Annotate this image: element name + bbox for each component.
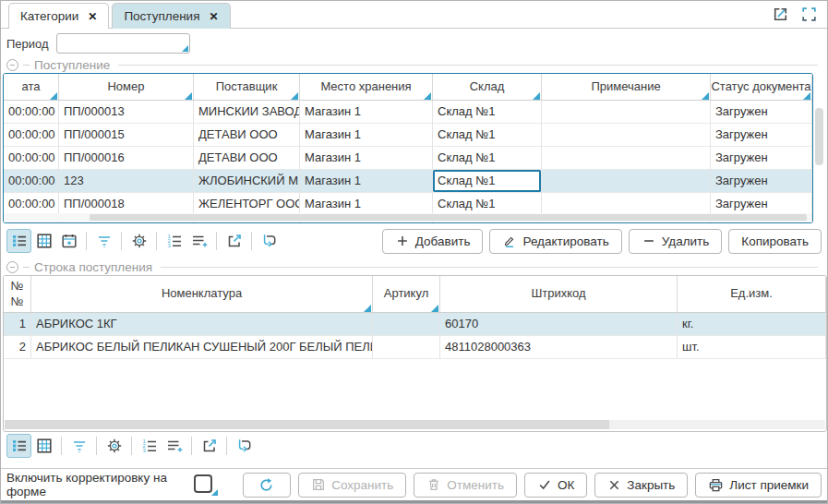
- settings-gear-icon[interactable]: [126, 229, 151, 253]
- vertical-scrollbar[interactable]: [813, 73, 825, 223]
- table-cell[interactable]: МИНСКИИ ЗАВОД: [194, 101, 300, 124]
- column-header[interactable]: Ед.изм.: [678, 276, 826, 313]
- reload-icon[interactable]: [232, 434, 257, 458]
- table-cell[interactable]: 00:00:00: [4, 124, 59, 147]
- tab-receipts[interactable]: Поступления ✕: [112, 3, 230, 29]
- close-button[interactable]: Закрыть: [594, 473, 688, 498]
- cancel-button[interactable]: Отменить: [414, 473, 517, 498]
- column-header[interactable]: Склад: [433, 74, 542, 101]
- reload-icon[interactable]: [257, 229, 282, 253]
- calendar-icon[interactable]: [56, 229, 81, 253]
- table-cell[interactable]: Загружен: [711, 124, 812, 147]
- table-cell[interactable]: ДЕТАВИ ООО: [194, 124, 300, 147]
- table-cell[interactable]: Склад №1: [433, 101, 542, 124]
- table-cell[interactable]: Магазин 1: [300, 124, 433, 147]
- table-cell[interactable]: [542, 124, 711, 147]
- column-header[interactable]: № №: [4, 276, 31, 313]
- collapse-icon[interactable]: [6, 261, 18, 273]
- collapse-icon[interactable]: [6, 59, 18, 71]
- column-header[interactable]: Статус документа: [711, 74, 812, 101]
- add-button[interactable]: Добавить: [382, 229, 484, 254]
- grid-view-icon[interactable]: [31, 434, 56, 458]
- table-cell[interactable]: кг.: [678, 313, 826, 336]
- table-cell[interactable]: ПП/000016: [59, 147, 194, 170]
- table-cell[interactable]: [542, 147, 711, 170]
- table-cell[interactable]: Загружен: [711, 101, 812, 124]
- column-header[interactable]: Номенклатура: [31, 276, 373, 313]
- table-cell[interactable]: [542, 170, 711, 193]
- list-view-icon[interactable]: [6, 229, 31, 253]
- save-button[interactable]: Сохранить: [298, 473, 406, 498]
- table-cell[interactable]: Загружен: [711, 170, 812, 193]
- acceptance-sheet-button[interactable]: Лист приемки: [695, 473, 822, 498]
- table-cell[interactable]: 2: [4, 336, 31, 359]
- table-cell[interactable]: 00:00:00: [4, 147, 59, 170]
- table-cell[interactable]: ПП/000013: [59, 101, 194, 124]
- column-header[interactable]: ата: [4, 74, 59, 101]
- column-header[interactable]: Артикул: [373, 276, 440, 313]
- fullscreen-icon[interactable]: [800, 6, 818, 23]
- column-header[interactable]: Штрихкод: [440, 276, 678, 313]
- table-cell[interactable]: Склад №1: [433, 147, 542, 170]
- column-header[interactable]: Номер: [59, 74, 194, 101]
- filter-icon[interactable]: [91, 229, 116, 253]
- table-row[interactable]: 00:00:00ПП/000013МИНСКИИ ЗАВОДМагазин 1С…: [4, 101, 812, 124]
- table-cell[interactable]: Загружен: [711, 147, 812, 170]
- grid-view-icon[interactable]: [31, 229, 56, 253]
- table-cell[interactable]: ПП/000015: [59, 124, 194, 147]
- period-input[interactable]: [56, 33, 190, 54]
- list-view-icon[interactable]: [6, 434, 31, 458]
- table-cell[interactable]: ЖЛОБИНСКИЙ М.: [194, 170, 300, 193]
- table-row[interactable]: 1АБРИКОС 1КГ60170кг.: [4, 313, 826, 336]
- table-cell[interactable]: Склад №1: [433, 124, 542, 147]
- open-external-icon[interactable]: [197, 434, 222, 458]
- table-row[interactable]: 00:00:00ПП/000015ДЕТАВИ ОООМагазин 1Скла…: [4, 124, 812, 147]
- receipts-table[interactable]: атаНомерПоставщикМесто храненияСкладПрим…: [3, 73, 813, 223]
- table-row[interactable]: 00:00:00123ЖЛОБИНСКИЙ М.Магазин 1Склад №…: [4, 170, 812, 193]
- table-cell[interactable]: 123: [59, 170, 194, 193]
- numbered-list-icon[interactable]: 1 2 3: [162, 229, 186, 253]
- table-cell[interactable]: 4811028000363: [440, 336, 678, 359]
- horizontal-scrollbar[interactable]: [5, 213, 811, 222]
- scrollbar-thumb[interactable]: [5, 420, 609, 429]
- ok-button[interactable]: ОК: [524, 473, 587, 498]
- open-in-new-window-icon[interactable]: [772, 6, 789, 23]
- table-cell[interactable]: [373, 313, 440, 336]
- table-row[interactable]: 00:00:00ПП/000016ДЕТАВИ ОООМагазин 1Скла…: [4, 147, 812, 170]
- table-cell[interactable]: Склад №1: [433, 170, 542, 193]
- table-cell[interactable]: [542, 101, 711, 124]
- numbered-list-icon[interactable]: 1 2 3: [137, 434, 162, 458]
- table-cell[interactable]: 00:00:00: [4, 101, 59, 124]
- table-cell[interactable]: 00:00:00: [4, 170, 59, 193]
- table-cell[interactable]: Магазин 1: [300, 101, 433, 124]
- tab-close-icon[interactable]: ✕: [209, 10, 218, 23]
- table-cell[interactable]: АБРИКОС 1КГ: [31, 313, 373, 336]
- settings-gear-icon[interactable]: [102, 434, 126, 458]
- table-cell[interactable]: [373, 336, 440, 359]
- horizontal-scrollbar[interactable]: [5, 420, 825, 429]
- scrollbar-thumb[interactable]: [815, 108, 823, 165]
- table-cell[interactable]: Магазин 1: [300, 147, 433, 170]
- refresh-button[interactable]: [243, 473, 292, 498]
- column-header[interactable]: Поставщик: [194, 74, 300, 101]
- table-cell[interactable]: 60170: [440, 313, 678, 336]
- tab-categories[interactable]: Категории ✕: [8, 3, 109, 29]
- tab-close-icon[interactable]: ✕: [88, 10, 97, 23]
- filter-icon[interactable]: [66, 434, 91, 458]
- copy-button[interactable]: Копировать: [728, 229, 822, 254]
- lines-table[interactable]: № №НоменклатураАртикулШтрихкодЕд.изм. 1А…: [3, 275, 827, 432]
- table-cell[interactable]: шт.: [678, 336, 826, 359]
- delete-button[interactable]: Удалить: [629, 229, 723, 254]
- edit-button[interactable]: Редактировать: [489, 229, 621, 254]
- column-header[interactable]: Примечание: [542, 74, 711, 101]
- table-row[interactable]: 2АБРИКОС БЕЛЫЙ ПЕЛИКАН СУШЕНЫЙ 200Г БЕЛЫ…: [4, 336, 826, 359]
- column-header[interactable]: Место хранения: [300, 74, 433, 101]
- correction-checkbox[interactable]: [191, 473, 219, 497]
- open-external-icon[interactable]: [222, 229, 246, 253]
- table-cell[interactable]: 1: [4, 313, 31, 336]
- table-cell[interactable]: ДЕТАВИ ООО: [194, 147, 300, 170]
- add-row-icon[interactable]: [162, 434, 186, 458]
- scrollbar-thumb[interactable]: [90, 214, 807, 221]
- table-cell[interactable]: АБРИКОС БЕЛЫЙ ПЕЛИКАН СУШЕНЫЙ 200Г БЕЛЫЙ…: [31, 336, 373, 359]
- add-row-icon[interactable]: [186, 229, 211, 253]
